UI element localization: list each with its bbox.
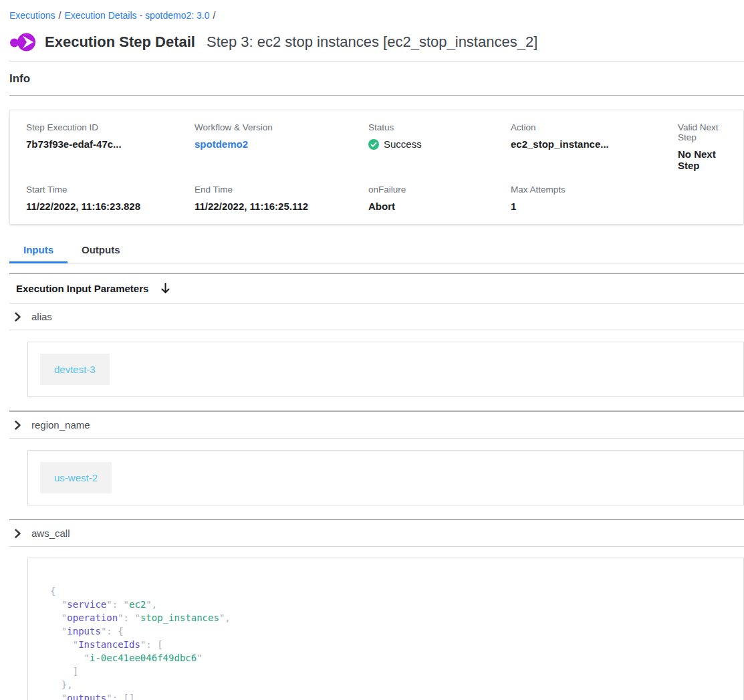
breadcrumb-link-execution-details[interactable]: Execution Details - spotdemo2: 3.0 <box>64 10 209 21</box>
success-check-icon <box>368 139 379 150</box>
section-label: region_name <box>31 419 90 431</box>
breadcrumb-separator: / <box>58 10 61 21</box>
field-valid-next-step: Valid Next Step No Next Step <box>678 122 727 171</box>
field-label: Valid Next Step <box>678 122 727 142</box>
page-title: Execution Step Detail <box>45 33 195 51</box>
chevron-right-icon <box>13 421 22 430</box>
field-label: Step Execution ID <box>26 122 195 132</box>
execution-input-parameters-label: Execution Input Parameters <box>16 283 148 294</box>
field-value: 11/22/2022, 11:16:25.112 <box>195 201 368 212</box>
status-text: Success <box>384 138 422 150</box>
inputs-outputs-tabbar: Inputs Outputs <box>9 240 744 263</box>
field-start-time: Start Time 11/22/2022, 11:16:23.828 <box>26 185 195 212</box>
json-code: { "service": "ec2", "operation": "stop_i… <box>50 584 730 700</box>
field-label: End Time <box>195 185 368 195</box>
param-value-chip: devtest-3 <box>40 354 110 385</box>
field-label: Start Time <box>26 185 195 195</box>
arrow-down-icon[interactable] <box>160 282 171 294</box>
workflow-logo-icon <box>9 31 36 53</box>
field-status: Status Success <box>368 122 511 171</box>
field-value: 7b73f93e-edaf-47c... <box>26 138 195 150</box>
step-info-card: Step Execution ID 7b73f93e-edaf-47c... W… <box>9 110 744 225</box>
breadcrumb-link-executions[interactable]: Executions <box>9 10 55 21</box>
field-label: onFailure <box>368 185 511 195</box>
field-value: ec2_stop_instance... <box>511 138 678 150</box>
section-body-alias: devtest-3 <box>27 342 744 397</box>
field-onfailure: onFailure Abort <box>368 185 511 212</box>
section-body-aws-call: { "service": "ec2", "operation": "stop_i… <box>27 558 744 700</box>
field-value: Abort <box>368 201 511 212</box>
field-max-attempts: Max Attempts 1 <box>511 185 678 212</box>
field-value: 1 <box>511 201 678 212</box>
page: Executions/Execution Details - spotdemo2… <box>0 0 744 700</box>
field-action: Action ec2_stop_instance... <box>511 122 678 171</box>
field-label: Status <box>368 122 511 132</box>
execution-input-parameters-header: Execution Input Parameters <box>9 274 744 304</box>
section-row-aws-call[interactable]: aws_call <box>9 520 744 547</box>
field-value: No Next Step <box>678 148 727 171</box>
page-title-row: Execution Step Detail Step 3: ec2 stop i… <box>9 31 744 53</box>
section-label: alias <box>31 311 52 322</box>
chevron-right-icon <box>13 529 22 538</box>
field-end-time: End Time 11/22/2022, 11:16:25.112 <box>195 185 368 212</box>
section-body-region-name: us-west-2 <box>27 450 744 505</box>
page-subtitle: Step 3: ec2 stop instances [ec2_stop_ins… <box>207 33 537 51</box>
title-divider <box>9 61 744 62</box>
field-step-execution-id: Step Execution ID 7b73f93e-edaf-47c... <box>26 122 195 171</box>
field-value: 11/22/2022, 11:16:23.828 <box>26 201 195 212</box>
tab-outputs[interactable]: Outputs <box>68 240 134 263</box>
field-label: Action <box>511 122 678 132</box>
section-label: aws_call <box>31 528 70 539</box>
tab-inputs[interactable]: Inputs <box>9 240 68 263</box>
section-row-alias[interactable]: alias <box>9 304 744 330</box>
param-value-chip: us-west-2 <box>40 462 112 493</box>
status-value: Success <box>368 138 511 150</box>
chevron-right-icon <box>13 312 22 322</box>
workflow-link[interactable]: spotdemo2 <box>195 138 368 150</box>
field-label: Workflow & Version <box>195 122 368 132</box>
field-workflow-version: Workflow & Version spotdemo2 <box>195 122 368 171</box>
breadcrumb: Executions/Execution Details - spotdemo2… <box>9 9 744 21</box>
section-row-region-name[interactable]: region_name <box>9 412 744 439</box>
info-section-heading: Info <box>9 72 744 96</box>
field-label: Max Attempts <box>511 185 678 195</box>
breadcrumb-separator: / <box>213 10 216 21</box>
